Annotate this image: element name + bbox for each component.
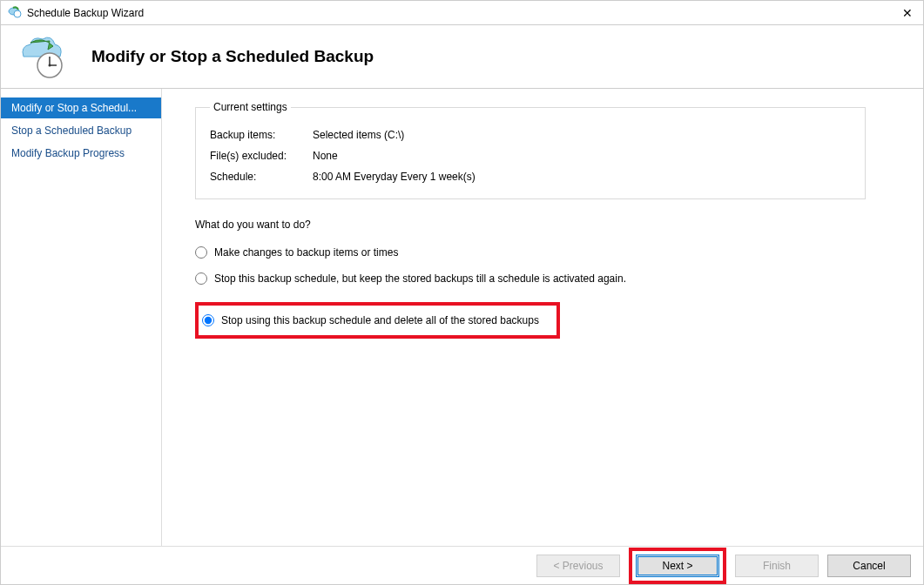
- settings-row-files-excluded: File(s) excluded: None: [210, 150, 851, 162]
- wizard-body: Modify or Stop a Schedul... Stop a Sched…: [1, 89, 923, 546]
- settings-value: 8:00 AM Everyday Every 1 week(s): [313, 171, 475, 183]
- sidebar-item-stop-scheduled[interactable]: Stop a Scheduled Backup: [1, 120, 161, 141]
- settings-row-schedule: Schedule: 8:00 AM Everyday Every 1 week(…: [210, 171, 851, 183]
- sidebar-item-modify-progress[interactable]: Modify Backup Progress: [1, 143, 161, 164]
- wizard-footer: < Previous Next > Finish Cancel: [1, 546, 923, 584]
- page-title: Modify or Stop a Scheduled Backup: [91, 47, 374, 66]
- radio-input-stop-keep[interactable]: [195, 272, 207, 285]
- finish-button: Finish: [735, 555, 819, 577]
- wizard-header: Modify or Stop a Scheduled Backup: [1, 25, 923, 89]
- settings-value: Selected items (C:\): [313, 129, 404, 141]
- settings-label: Schedule:: [210, 171, 313, 183]
- backup-wizard-icon: [17, 32, 65, 81]
- sidebar-item-modify-or-stop[interactable]: Modify or Stop a Schedul...: [1, 98, 161, 118]
- close-icon[interactable]: ✕: [899, 6, 916, 20]
- annotation-highlight-next: Next >: [629, 548, 726, 584]
- radio-option-make-changes[interactable]: Make changes to backup items or times: [195, 246, 906, 259]
- settings-value: None: [313, 150, 338, 162]
- app-icon: [8, 4, 22, 21]
- radio-option-stop-keep[interactable]: Stop this backup schedule, but keep the …: [195, 272, 906, 285]
- settings-label: File(s) excluded:: [210, 150, 313, 162]
- wizard-steps-sidebar: Modify or Stop a Schedul... Stop a Sched…: [1, 89, 161, 546]
- cancel-button[interactable]: Cancel: [827, 555, 911, 577]
- previous-button: < Previous: [536, 555, 620, 577]
- window-title: Schedule Backup Wizard: [27, 7, 144, 19]
- annotation-highlight-radio: Stop using this backup schedule and dele…: [195, 302, 560, 339]
- wizard-content: Current settings Backup items: Selected …: [161, 89, 923, 546]
- titlebar: Schedule Backup Wizard ✕: [1, 1, 923, 25]
- current-settings-legend: Current settings: [210, 101, 291, 113]
- radio-label: Stop this backup schedule, but keep the …: [214, 272, 626, 285]
- settings-row-backup-items: Backup items: Selected items (C:\): [210, 129, 851, 141]
- radio-label: Make changes to backup items or times: [214, 246, 398, 259]
- next-button[interactable]: Next >: [636, 555, 719, 577]
- radio-option-stop-delete[interactable]: Stop using this backup schedule and dele…: [202, 314, 539, 326]
- current-settings-box: Current settings Backup items: Selected …: [195, 101, 866, 199]
- question-label: What do you want to do?: [195, 219, 906, 231]
- radio-label: Stop using this backup schedule and dele…: [221, 314, 539, 326]
- radio-input-make-changes[interactable]: [195, 246, 207, 259]
- radio-input-stop-delete[interactable]: [202, 314, 214, 326]
- settings-label: Backup items:: [210, 129, 313, 141]
- svg-point-1: [14, 10, 21, 17]
